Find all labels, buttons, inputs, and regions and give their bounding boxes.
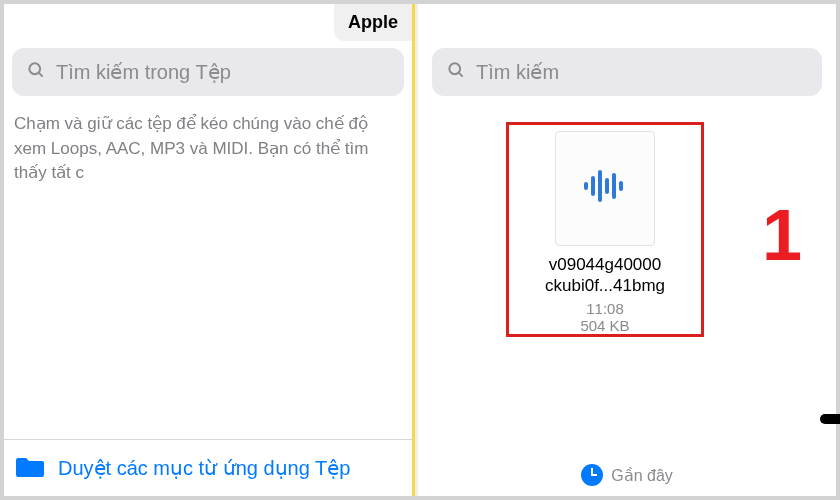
recent-tab[interactable]: Gần đây (418, 464, 836, 486)
recent-label: Gần đây (611, 466, 673, 485)
side-indicator (820, 414, 840, 424)
file-thumbnail (555, 131, 655, 246)
search-icon (446, 60, 466, 84)
svg-rect-4 (584, 182, 588, 190)
hint-text: Chạm và giữ các tệp để kéo chúng vào chế… (14, 112, 402, 186)
svg-point-2 (449, 63, 460, 74)
svg-rect-5 (591, 176, 595, 196)
search-placeholder: Tìm kiếm (476, 60, 559, 84)
svg-rect-9 (619, 181, 623, 191)
file-size: 504 KB (580, 317, 629, 334)
tab-label: Apple (348, 12, 398, 32)
clock-icon (581, 464, 603, 486)
svg-rect-6 (598, 170, 602, 202)
search-bar-right[interactable]: Tìm kiếm (432, 48, 822, 96)
browse-files-row[interactable]: Duyệt các mục từ ứng dụng Tệp (4, 439, 412, 496)
search-placeholder: Tìm kiếm trong Tệp (56, 60, 231, 84)
folder-icon (16, 454, 44, 482)
search-icon (26, 60, 46, 84)
left-pane: Apple Tìm kiếm trong Tệp Chạm và giữ các… (4, 4, 412, 496)
file-name-line1: v09044g40000 (549, 254, 662, 275)
audio-waveform-icon (582, 166, 628, 210)
tab-apple[interactable]: Apple (334, 4, 412, 41)
step-annotation: 1 (762, 194, 802, 276)
svg-rect-7 (605, 178, 609, 194)
search-bar-left[interactable]: Tìm kiếm trong Tệp (12, 48, 404, 96)
right-pane: Tìm kiếm v09044g40000 ckubi0f...41bmg 1 (418, 4, 836, 496)
svg-point-0 (29, 63, 40, 74)
browse-label: Duyệt các mục từ ứng dụng Tệp (58, 456, 350, 480)
file-time: 11:08 (586, 300, 624, 317)
file-name-line2: ckubi0f...41bmg (545, 275, 665, 296)
svg-rect-8 (612, 173, 616, 199)
svg-line-1 (39, 73, 43, 77)
svg-line-3 (459, 73, 463, 77)
file-item[interactable]: v09044g40000 ckubi0f...41bmg 11:08 504 K… (506, 122, 704, 337)
